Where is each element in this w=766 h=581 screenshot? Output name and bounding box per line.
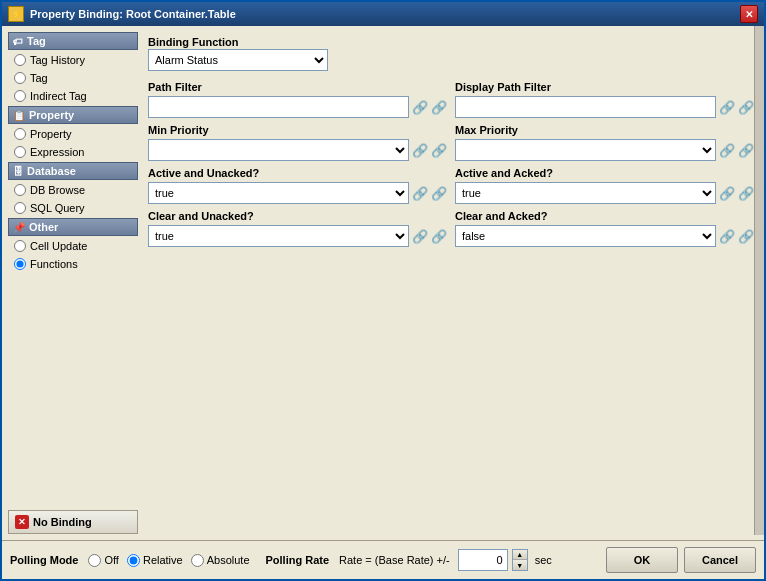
display-path-link-icon[interactable]: 🔗 [738, 100, 754, 115]
property-label[interactable]: Property [30, 128, 72, 140]
min-priority-select[interactable] [148, 139, 409, 161]
sidebar-item-tag[interactable]: Tag [8, 70, 138, 86]
polling-relative-option[interactable]: Relative [127, 554, 183, 567]
max-priority-input-row: 🔗 🔗 [455, 139, 754, 161]
active-row: Active and Unacked? true false 🔗 🔗 Activ… [148, 167, 754, 204]
spinner-down-button[interactable]: ▼ [513, 560, 527, 570]
min-priority-link-icon[interactable]: 🔗 [431, 143, 447, 158]
bottom-buttons: OK Cancel [606, 547, 756, 573]
clear-acked-chain-icon[interactable]: 🔗 [719, 229, 735, 244]
sidebar-item-cell-update[interactable]: Cell Update [8, 238, 138, 254]
clear-acked-link-icon[interactable]: 🔗 [738, 229, 754, 244]
sidebar-item-property[interactable]: Property [8, 126, 138, 142]
max-priority-select[interactable] [455, 139, 716, 161]
path-filter-input-row: 🔗 🔗 [148, 96, 447, 118]
tag-label[interactable]: Tag [30, 72, 48, 84]
scrollbar[interactable] [754, 26, 764, 535]
tag-section-label: Tag [27, 35, 46, 47]
min-priority-input-row: 🔗 🔗 [148, 139, 447, 161]
db-browse-radio[interactable] [14, 184, 26, 196]
polling-off-option[interactable]: Off [88, 554, 118, 567]
sidebar-item-expression[interactable]: Expression [8, 144, 138, 160]
binding-function-select[interactable]: Alarm Status Tag History Expression [148, 49, 328, 71]
path-filter-chain-icon[interactable]: 🔗 [412, 100, 428, 115]
min-priority-label: Min Priority [148, 124, 447, 136]
clear-acked-select[interactable]: false true [455, 225, 716, 247]
max-priority-chain-icon[interactable]: 🔗 [719, 143, 735, 158]
functions-radio[interactable] [14, 258, 26, 270]
cell-update-radio[interactable] [14, 240, 26, 252]
display-path-filter-input[interactable] [455, 96, 716, 118]
tag-section-header: 🏷 Tag [8, 32, 138, 50]
sidebar-item-db-browse[interactable]: DB Browse [8, 182, 138, 198]
binding-function-row: Alarm Status Tag History Expression [148, 49, 754, 71]
path-filter-input[interactable] [148, 96, 409, 118]
clear-unacked-link-icon[interactable]: 🔗 [431, 229, 447, 244]
path-filter-link-icon[interactable]: 🔗 [431, 100, 447, 115]
x-icon: ✕ [15, 515, 29, 529]
active-unacked-section: Active and Unacked? true false 🔗 🔗 [148, 167, 447, 204]
polling-off-label[interactable]: Off [104, 554, 118, 566]
active-unacked-label: Active and Unacked? [148, 167, 447, 179]
polling-rate-input[interactable] [458, 549, 508, 571]
tag-history-radio[interactable] [14, 54, 26, 66]
polling-rate-label: Polling Rate [266, 554, 330, 566]
max-priority-link-icon[interactable]: 🔗 [738, 143, 754, 158]
clear-acked-section: Clear and Acked? false true 🔗 🔗 [455, 210, 754, 247]
sec-label: sec [535, 554, 552, 566]
polling-relative-radio[interactable] [127, 554, 140, 567]
spinner-up-button[interactable]: ▲ [513, 550, 527, 560]
indirect-tag-label[interactable]: Indirect Tag [30, 90, 87, 102]
clear-unacked-row: true false 🔗 🔗 [148, 225, 447, 247]
polling-absolute-option[interactable]: Absolute [191, 554, 250, 567]
clear-unacked-select[interactable]: true false [148, 225, 409, 247]
tag-radio[interactable] [14, 72, 26, 84]
polling-off-radio[interactable] [88, 554, 101, 567]
cancel-button[interactable]: Cancel [684, 547, 756, 573]
ok-button[interactable]: OK [606, 547, 678, 573]
db-browse-label[interactable]: DB Browse [30, 184, 85, 196]
active-acked-chain-icon[interactable]: 🔗 [719, 186, 735, 201]
polling-absolute-radio[interactable] [191, 554, 204, 567]
sidebar-item-tag-history[interactable]: Tag History [8, 52, 138, 68]
display-path-filter-row: 🔗 🔗 [455, 96, 754, 118]
cell-update-label[interactable]: Cell Update [30, 240, 87, 252]
active-unacked-link-icon[interactable]: 🔗 [431, 186, 447, 201]
expression-radio[interactable] [14, 146, 26, 158]
other-section-label: Other [29, 221, 58, 233]
sidebar-item-sql-query[interactable]: SQL Query [8, 200, 138, 216]
sidebar-item-indirect-tag[interactable]: Indirect Tag [8, 88, 138, 104]
property-radio[interactable] [14, 128, 26, 140]
clear-acked-row: false true 🔗 🔗 [455, 225, 754, 247]
active-acked-select[interactable]: true false [455, 182, 716, 204]
expression-label[interactable]: Expression [30, 146, 84, 158]
display-path-filter-label: Display Path Filter [455, 81, 754, 93]
active-acked-section: Active and Acked? true false 🔗 🔗 [455, 167, 754, 204]
sql-query-label[interactable]: SQL Query [30, 202, 85, 214]
active-unacked-select[interactable]: true false [148, 182, 409, 204]
property-section-label: Property [29, 109, 74, 121]
sidebar-item-functions[interactable]: Functions [8, 256, 138, 272]
active-acked-link-icon[interactable]: 🔗 [738, 186, 754, 201]
title-bar: ⚡ Property Binding: Root Container.Table… [2, 2, 764, 26]
active-unacked-chain-icon[interactable]: 🔗 [412, 186, 428, 201]
tag-history-label[interactable]: Tag History [30, 54, 85, 66]
path-filter-label: Path Filter [148, 81, 447, 93]
database-section-label: Database [27, 165, 76, 177]
polling-relative-label[interactable]: Relative [143, 554, 183, 566]
min-priority-chain-icon[interactable]: 🔗 [412, 143, 428, 158]
no-binding-button[interactable]: ✕ No Binding [8, 510, 138, 534]
main-content: 🏷 Tag Tag History Tag Indirect Tag 📋 Pro… [2, 26, 764, 540]
sql-query-radio[interactable] [14, 202, 26, 214]
no-binding-label: No Binding [33, 516, 92, 528]
indirect-tag-radio[interactable] [14, 90, 26, 102]
other-icon: 📌 [13, 222, 25, 233]
close-button[interactable]: ✕ [740, 5, 758, 23]
left-panel: 🏷 Tag Tag History Tag Indirect Tag 📋 Pro… [8, 32, 138, 534]
polling-absolute-label[interactable]: Absolute [207, 554, 250, 566]
active-acked-label: Active and Acked? [455, 167, 754, 179]
display-path-chain-icon[interactable]: 🔗 [719, 100, 735, 115]
clear-unacked-section: Clear and Unacked? true false 🔗 🔗 [148, 210, 447, 247]
clear-unacked-chain-icon[interactable]: 🔗 [412, 229, 428, 244]
functions-label[interactable]: Functions [30, 258, 78, 270]
